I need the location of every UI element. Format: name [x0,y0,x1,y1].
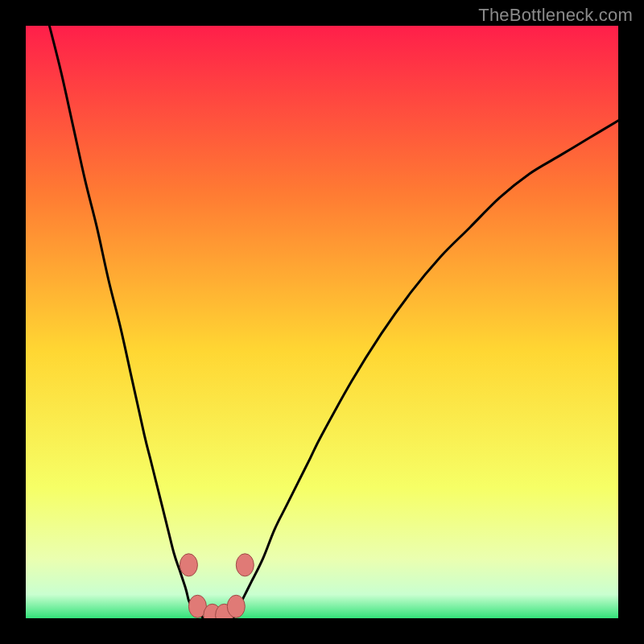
gradient-background [26,26,618,618]
bead-marker [236,554,254,576]
bead-marker [227,595,245,617]
plot-frame [26,26,618,618]
bead-marker [180,554,197,576]
watermark-text: TheBottleneck.com [478,5,633,26]
plot-svg [26,26,618,618]
